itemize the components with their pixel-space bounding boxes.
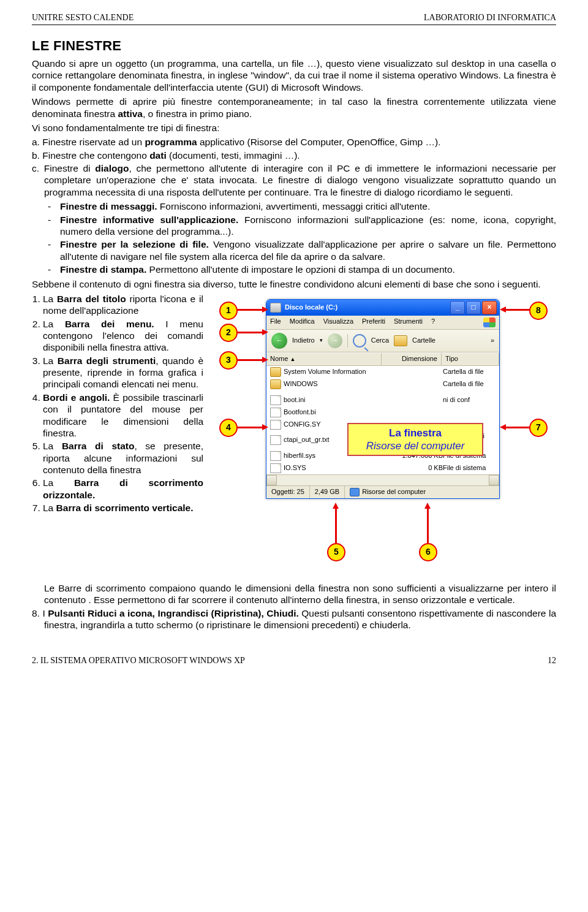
- menubar: File Modifica Visualizza Preferiti Strum…: [266, 316, 499, 330]
- arrow-3: [236, 359, 266, 361]
- type-b: b. Finestre che contengono dati (documen…: [32, 150, 556, 161]
- page-header: UNITRE SESTO CALENDE LABORATORIO DI INFO…: [32, 12, 556, 25]
- el-statusbar: La Barra di stato, se presente, riporta …: [43, 440, 203, 476]
- file-icon: [270, 395, 281, 405]
- windows-logo-icon: [483, 317, 496, 327]
- close-button[interactable]: ×: [482, 301, 497, 314]
- status-objects: Oggetti: 25: [266, 486, 310, 498]
- sample-window: Disco locale (C:) _ □ × File Modifica Vi…: [266, 299, 500, 499]
- sub-fileselect: Finestre per la selezione di file. Vengo…: [48, 238, 556, 262]
- common-elements-intro: Sebbene il contenuto di ogni finestra si…: [32, 278, 556, 290]
- folder-icon: [270, 367, 281, 377]
- type-c: c. Finestre di dialogo, che permettono a…: [32, 162, 556, 198]
- callout-1: 1: [219, 302, 238, 320]
- header-right: LABORATORIO DI INFORMATICA: [424, 12, 556, 23]
- search-icon[interactable]: [353, 334, 366, 348]
- callout-7: 7: [529, 419, 548, 437]
- table-row[interactable]: Bootfont.bi: [266, 406, 499, 419]
- overlay-label: La finestra Risorse del computer: [347, 423, 483, 457]
- drive-icon: [270, 303, 281, 313]
- folder-icon: [270, 379, 281, 389]
- callout-4: 4: [219, 419, 238, 437]
- types-intro: Vi sono fondamentalmente tre tipi di fin…: [32, 122, 556, 134]
- types-list: a. Finestre riservate ad un programma ap…: [32, 136, 556, 198]
- maximize-button[interactable]: □: [466, 301, 481, 314]
- scroll-right-button[interactable]: [489, 475, 499, 485]
- arrow-1: [236, 309, 266, 311]
- section-title: LE FINESTRE: [32, 37, 556, 55]
- arrow-4: [236, 427, 266, 428]
- file-icon: [270, 451, 281, 461]
- el-menubar: La Barra dei menu. I menu contengono l'e…: [43, 318, 203, 354]
- file-list: System Volume InformationCartella di fil…: [266, 366, 499, 475]
- forward-button[interactable]: →: [328, 333, 342, 348]
- minimize-button[interactable]: _: [450, 301, 465, 314]
- arrow-6: [427, 507, 429, 543]
- menu-file[interactable]: File: [270, 317, 281, 327]
- footer-left: 2. IL SISTEMA OPERATIVO MICROSOFT WINDOW…: [32, 655, 245, 666]
- file-icon: [270, 463, 281, 473]
- toolbar-overflow-icon[interactable]: »: [491, 336, 494, 345]
- arrow-5: [335, 507, 337, 543]
- col-name[interactable]: Nome ▲: [266, 353, 382, 365]
- scroll-left-button[interactable]: [266, 475, 277, 485]
- elements-list: La Barra del titolo riporta l'icona e il…: [32, 293, 203, 514]
- col-dimension[interactable]: Dimensione: [382, 353, 442, 365]
- sub-info: Finestre informative sull'applicazione. …: [48, 214, 556, 238]
- toolbar-separator: [347, 334, 348, 348]
- intro-para-1: Quando si apre un oggetto (un programma,…: [32, 58, 556, 93]
- window-title: Disco locale (C:): [285, 303, 337, 312]
- callout-6: 6: [419, 543, 437, 561]
- menu-help[interactable]: ?: [431, 317, 435, 327]
- column-headers: Nome ▲ Dimensione Tipo: [266, 352, 499, 366]
- intro-para-2: Windows permette di aprire più finestre …: [32, 96, 556, 120]
- status-location: Risorse del computer: [345, 486, 499, 498]
- search-label[interactable]: Cerca: [371, 336, 389, 345]
- arrow-2: [236, 332, 266, 333]
- callout-2: 2: [219, 324, 238, 342]
- table-row[interactable]: WINDOWSCartella di file: [266, 378, 499, 390]
- arrow-8: [505, 309, 530, 311]
- callout-5: 5: [327, 543, 345, 561]
- back-button[interactable]: ←: [271, 333, 287, 349]
- scrollbars-explain: Le Barre di scorrimento compaiono quando…: [44, 582, 556, 606]
- window-diagram: 1 2 3 4 8 7 5 6: [211, 293, 554, 581]
- status-size: 2,49 GB: [310, 486, 345, 498]
- back-chevron-icon[interactable]: ▾: [320, 337, 323, 344]
- sub-messages: Finestre di messaggi. Forniscono informa…: [48, 200, 556, 212]
- statusbar: Oggetti: 25 2,49 GB Risorse del computer: [266, 485, 499, 498]
- sub-print: Finestre di stampa. Permettono all'utent…: [48, 264, 556, 275]
- header-left: UNITRE SESTO CALENDE: [32, 12, 134, 23]
- menu-favorites[interactable]: Preferiti: [362, 317, 385, 327]
- col-type[interactable]: Tipo: [442, 353, 499, 365]
- el-toolbar: La Barra degli strumenti, quando è prese…: [43, 355, 203, 390]
- window-titlebar[interactable]: Disco locale (C:) _ □ ×: [266, 300, 499, 316]
- footer-pagenum: 12: [548, 655, 556, 666]
- menu-edit[interactable]: Modifica: [290, 317, 315, 327]
- page-footer: 2. IL SISTEMA OPERATIVO MICROSOFT WINDOW…: [32, 655, 556, 666]
- arrow-7: [505, 427, 530, 428]
- el-hscroll: La Barra di scorrimento orizzontale.: [43, 477, 203, 501]
- toolbar: ← Indietro ▾ → Cerca Cartelle »: [266, 330, 499, 352]
- table-row[interactable]: System Volume InformationCartella di fil…: [266, 366, 499, 378]
- el-vscroll: La Barra di scorrimento verticale.: [43, 502, 203, 514]
- table-row[interactable]: boot.inini di conf: [266, 394, 499, 406]
- horizontal-scrollbar[interactable]: [266, 474, 499, 485]
- menu-tools[interactable]: Strumenti: [394, 317, 423, 327]
- file-icon: [270, 420, 281, 430]
- el-window-buttons: 8. I Pulsanti Riduci a icona, Ingrandisc…: [32, 607, 556, 631]
- folders-icon[interactable]: [394, 335, 407, 346]
- el-borders: Bordi e angoli. È possibile trascinarli …: [43, 392, 203, 439]
- computer-icon: [350, 488, 360, 496]
- callout-3: 3: [219, 351, 238, 370]
- table-row[interactable]: IO.SYS0 KBFile di sistema: [266, 462, 499, 474]
- callout-8: 8: [529, 302, 548, 320]
- dialog-sublist: Finestre di messaggi. Forniscono informa…: [48, 200, 556, 275]
- scroll-track[interactable]: [277, 475, 489, 485]
- type-a: a. Finestre riservate ad un programma ap…: [32, 136, 556, 148]
- el-titlebar: La Barra del titolo riporta l'icona e il…: [43, 293, 203, 317]
- file-icon: [270, 408, 281, 417]
- folders-label[interactable]: Cartelle: [412, 336, 435, 345]
- back-label[interactable]: Indietro: [292, 336, 315, 345]
- menu-view[interactable]: Visualizza: [323, 317, 353, 327]
